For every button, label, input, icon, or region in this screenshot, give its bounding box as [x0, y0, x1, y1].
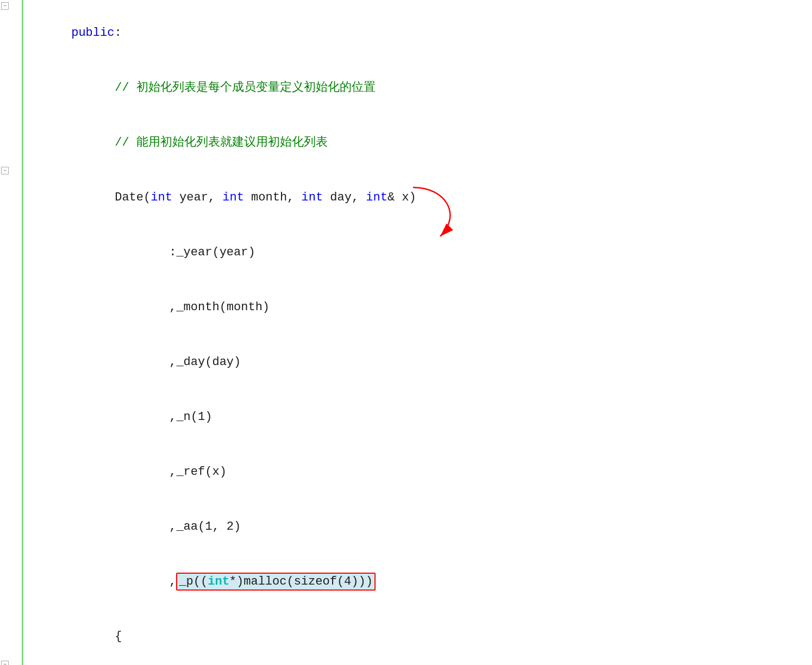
fold-icon-4[interactable]: −: [1, 167, 9, 174]
code-container: − public: // 初始化列表是每个成员变量定义初始化的位置 // 能用初…: [0, 0, 812, 665]
comment-2: // 能用初始化列表就建议用初始化列表: [115, 136, 328, 149]
fold-icon-13[interactable]: −: [1, 661, 9, 665]
line-3: // 能用初始化列表就建议用初始化列表: [0, 115, 812, 170]
code-line-11: ,_p((int*)malloc(sizeof(4))): [23, 555, 812, 608]
line-12: {: [0, 609, 812, 664]
left-green-bar: [22, 0, 23, 665]
kw-int-2: int: [222, 191, 244, 204]
date-fn: Date(: [115, 191, 151, 204]
kw-int-1: int: [151, 191, 172, 204]
line-4: − Date(int year, int month, int day, int…: [0, 170, 812, 225]
code-line-4: Date(int year, int month, int day, int& …: [23, 171, 812, 224]
code-line-2: // 初始化列表是每个成员变量定义初始化的位置: [23, 61, 812, 115]
line-5: :_year(year): [0, 225, 812, 280]
code-line-3: // 能用初始化列表就建议用初始化列表: [23, 116, 812, 170]
code-line-7: ,_day(day): [23, 335, 812, 389]
kw-int-3: int: [302, 191, 323, 204]
line-9: ,_ref(x): [0, 444, 812, 499]
code-line-12: {: [23, 610, 812, 663]
colon-1: :: [114, 26, 121, 40]
code-line-8: ,_n(1): [23, 390, 812, 444]
line-8: ,_n(1): [0, 390, 812, 444]
code-line-1: public:: [23, 6, 812, 60]
code-line-6: ,_month(month): [23, 280, 812, 334]
line-2: // 初始化列表是每个成员变量定义初始化的位置: [0, 60, 812, 115]
code-line-5: :_year(year): [23, 225, 812, 279]
highlighted-code: _p((int*)malloc(sizeof(4))): [176, 573, 375, 591]
line-1: − public:: [0, 5, 812, 60]
line-6: ,_month(month): [0, 280, 812, 335]
line-10: ,_aa(1, 2): [0, 499, 812, 554]
code-line-9: ,_ref(x): [23, 445, 812, 499]
code-line-10: ,_aa(1, 2): [23, 500, 812, 554]
line-11: ,_p((int*)malloc(sizeof(4))): [0, 554, 812, 609]
fold-icon-1[interactable]: −: [1, 2, 9, 10]
kw-int-4: int: [366, 191, 388, 204]
keyword-public: public: [71, 26, 114, 40]
comment-1: // 初始化列表是每个成员变量定义初始化的位置: [115, 81, 376, 95]
line-7: ,_day(day): [0, 335, 812, 390]
